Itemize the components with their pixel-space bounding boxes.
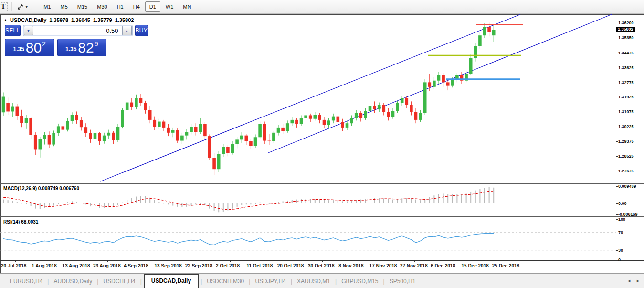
volume-control: ▼ ▲ [23,25,133,36]
timeframe-button-d1[interactable]: D1 [145,1,160,12]
timeframe-button-m30[interactable]: M30 [93,1,111,12]
candle-body [135,98,138,107]
tab-scroll-left-icon[interactable]: ◄ [627,278,631,283]
arrow-objects-dropdown[interactable]: ▼ [15,2,30,11]
volume-decrease-button[interactable]: ▼ [24,26,33,35]
timeframe-button-h4[interactable]: H4 [129,1,144,12]
macd-histogram-bar [429,197,430,203]
timeframe-button-mn[interactable]: MN [179,1,195,12]
date-axis-tick [107,261,108,262]
date-axis-tick [46,261,46,262]
candle-body [84,127,88,133]
chart-tab-xauusd-m1[interactable]: XAUUSD,M1 [292,275,335,288]
date-axis-tick [169,261,169,262]
collapse-triangle-icon[interactable]: ▲ [4,18,7,22]
candle-body [240,136,243,140]
date-axis-tick [507,261,507,262]
timeframe-button-m1[interactable]: M1 [39,1,55,12]
candle-body [245,136,248,141]
candle-body [112,133,115,140]
candle-body [364,111,367,118]
price-axis-label: 30 [618,248,623,253]
macd-histogram-bar [40,203,41,209]
macd-indicator-canvas[interactable] [0,184,616,216]
sell-button[interactable]: SELL [5,25,21,36]
macd-histogram-bar [81,203,82,203]
chart-tab-eurusd-h4[interactable]: EURUSD,H4 [5,275,47,288]
price-axis-label: 100 [618,217,625,222]
rsi-indicator-canvas[interactable] [0,217,616,260]
chart-title: ▲ USDCAD,Daily 1.35978 1.36045 1.35779 1… [4,17,134,23]
volume-input[interactable] [33,26,122,35]
candle-body [291,120,294,123]
macd-histogram-bar [447,194,448,203]
date-axis-label: 17 Nov 2018 [370,263,397,268]
candle-body [103,136,106,141]
chart-tab-sp500-h1[interactable]: SP500,H1 [385,275,421,288]
macd-histogram-bar [292,200,293,203]
candle-body [410,105,413,112]
candle-body [153,120,157,127]
trend-channel-line[interactable] [268,14,612,153]
date-axis-label: 22 Sep 2018 [185,263,212,268]
macd-histogram-bar [479,189,480,203]
timeframe-button-m15[interactable]: M15 [73,1,92,12]
macd-histogram-bar [172,203,173,206]
macd-histogram-bar [58,203,59,204]
candle-body [300,118,303,124]
macd-histogram-bar [328,200,329,203]
one-click-trading-panel: SELL ▼ ▲ BUY 1.35 80 2 1.35 82 9 [5,25,106,56]
chart-tab-gbpusd-m15[interactable]: GBPUSD,M15 [337,275,383,288]
chart-tab-usdjpy-h4[interactable]: USDJPY,H4 [250,275,290,288]
date-axis-tick [353,261,353,262]
text-tool-icon[interactable]: T [0,2,8,11]
panel-separator[interactable] [0,183,644,184]
buy-price-button[interactable]: 1.35 82 9 [57,39,107,56]
candle-body [48,135,51,145]
tab-scroll-right-icon[interactable]: ► [636,278,640,283]
macd-histogram-bar [168,203,169,204]
macd-histogram-bar [181,203,182,207]
timeframe-button-w1[interactable]: W1 [161,1,178,12]
chart-tab-usdcad-daily[interactable]: USDCAD,Daily [144,274,199,288]
axis-tick [616,53,618,53]
macd-histogram-bar [466,193,467,203]
macd-histogram-bar [113,203,114,206]
macd-histogram-bar [136,197,137,203]
macd-histogram-bar [209,203,210,209]
price-axis-label: 1.35350 [618,35,634,40]
candle-body [148,110,152,120]
timeframe-button-h1[interactable]: H1 [113,1,128,12]
candle-body [318,115,321,120]
chart-window: ▲ USDCAD,Daily 1.35978 1.36045 1.35779 1… [0,14,644,288]
axis-tick [616,23,618,23]
candle-body [20,116,23,123]
candle-body [130,103,134,107]
price-axis-label: 1.28525 [618,154,634,159]
timeframe-toolbar: M1M5M15M30H1H4D1W1MN [39,1,195,12]
sell-price-button[interactable]: 1.35 80 2 [5,39,54,56]
timeframe-button-m5[interactable]: M5 [56,1,72,12]
chart-tab-usdchf-h4[interactable]: USDCHF,H4 [98,275,140,288]
macd-histogram-bar [8,200,9,203]
macd-histogram-bar [273,203,274,203]
candle-body [446,82,450,85]
date-axis-tick [384,261,384,262]
candle-body [62,126,65,129]
price-axis-border [616,14,616,260]
trend-channel-line[interactable] [100,14,520,181]
date-axis-tick [322,261,323,262]
panel-separator[interactable] [0,216,644,217]
axis-tick [616,97,618,97]
buy-price-pip: 9 [95,40,98,48]
candle-body [203,124,207,136]
volume-increase-button[interactable]: ▲ [122,26,132,35]
candle-body [401,98,404,103]
date-axis-label: 20 Jul 2018 [1,263,26,268]
chart-tab-usdcnh-m30[interactable]: USDCNH,M30 [202,275,249,288]
candle-body [337,117,340,122]
candle-body [57,126,60,133]
buy-button[interactable]: BUY [135,25,148,36]
axis-tick [616,219,618,220]
chart-tab-audusd-daily[interactable]: AUDUSD,Daily [49,275,97,288]
